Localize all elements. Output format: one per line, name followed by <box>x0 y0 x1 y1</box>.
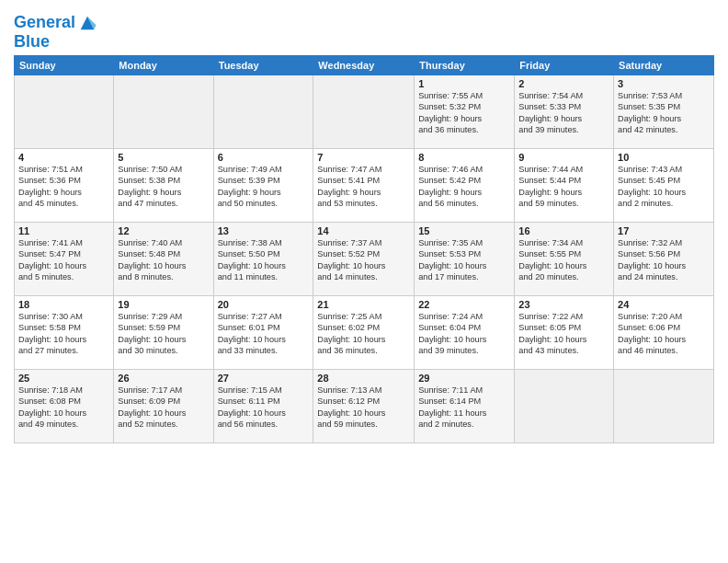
day-info: Sunrise: 7:20 AM Sunset: 6:06 PM Dayligh… <box>618 311 710 357</box>
calendar-cell: 4Sunrise: 7:51 AM Sunset: 5:36 PM Daylig… <box>15 148 114 222</box>
day-info: Sunrise: 7:11 AM Sunset: 6:14 PM Dayligh… <box>418 385 510 431</box>
header: General Blue <box>14 9 714 52</box>
calendar-cell: 19Sunrise: 7:29 AM Sunset: 5:59 PM Dayli… <box>114 295 213 369</box>
day-info: Sunrise: 7:25 AM Sunset: 6:02 PM Dayligh… <box>317 311 410 357</box>
weekday-header-row: SundayMondayTuesdayWednesdayThursdayFrid… <box>15 55 714 75</box>
day-number: 10 <box>618 152 710 163</box>
calendar-week-1: 1Sunrise: 7:55 AM Sunset: 5:32 PM Daylig… <box>15 75 714 148</box>
calendar-cell: 29Sunrise: 7:11 AM Sunset: 6:14 PM Dayli… <box>415 369 515 442</box>
calendar-cell: 9Sunrise: 7:44 AM Sunset: 5:44 PM Daylig… <box>515 148 614 222</box>
weekday-header-sunday: Sunday <box>15 55 114 75</box>
day-number: 6 <box>218 152 310 163</box>
day-number: 3 <box>618 78 710 89</box>
calendar-week-2: 4Sunrise: 7:51 AM Sunset: 5:36 PM Daylig… <box>15 148 714 222</box>
page-container: General Blue SundayMondayTuesdayWednesda… <box>0 0 728 448</box>
day-number: 9 <box>518 152 609 163</box>
day-info: Sunrise: 7:35 AM Sunset: 5:53 PM Dayligh… <box>418 237 510 283</box>
day-info: Sunrise: 7:37 AM Sunset: 5:52 PM Dayligh… <box>317 237 410 283</box>
calendar-cell: 17Sunrise: 7:32 AM Sunset: 5:56 PM Dayli… <box>614 222 714 295</box>
calendar-cell: 10Sunrise: 7:43 AM Sunset: 5:45 PM Dayli… <box>614 148 714 222</box>
weekday-header-wednesday: Wednesday <box>313 55 415 75</box>
calendar-cell: 23Sunrise: 7:22 AM Sunset: 6:05 PM Dayli… <box>515 295 614 369</box>
day-number: 14 <box>317 225 410 236</box>
weekday-header-saturday: Saturday <box>614 55 714 75</box>
day-info: Sunrise: 7:43 AM Sunset: 5:45 PM Dayligh… <box>618 164 710 210</box>
day-number: 22 <box>418 299 510 310</box>
calendar-cell: 14Sunrise: 7:37 AM Sunset: 5:52 PM Dayli… <box>313 222 415 295</box>
calendar-cell: 3Sunrise: 7:53 AM Sunset: 5:35 PM Daylig… <box>614 75 714 148</box>
weekday-header-friday: Friday <box>515 55 614 75</box>
day-number: 23 <box>518 299 609 310</box>
day-number: 11 <box>18 225 109 236</box>
day-info: Sunrise: 7:22 AM Sunset: 6:05 PM Dayligh… <box>518 311 609 357</box>
day-number: 7 <box>317 152 410 163</box>
day-number: 25 <box>18 373 109 384</box>
day-number: 2 <box>518 78 609 89</box>
day-number: 16 <box>518 225 609 236</box>
day-info: Sunrise: 7:18 AM Sunset: 6:08 PM Dayligh… <box>18 385 109 431</box>
day-info: Sunrise: 7:44 AM Sunset: 5:44 PM Dayligh… <box>518 164 609 210</box>
calendar-cell <box>614 369 714 442</box>
calendar-cell: 15Sunrise: 7:35 AM Sunset: 5:53 PM Dayli… <box>415 222 515 295</box>
calendar-cell: 12Sunrise: 7:40 AM Sunset: 5:48 PM Dayli… <box>114 222 213 295</box>
day-info: Sunrise: 7:50 AM Sunset: 5:38 PM Dayligh… <box>118 164 209 210</box>
day-info: Sunrise: 7:34 AM Sunset: 5:55 PM Dayligh… <box>518 237 609 283</box>
calendar-cell: 5Sunrise: 7:50 AM Sunset: 5:38 PM Daylig… <box>114 148 213 222</box>
calendar-cell <box>15 75 114 148</box>
calendar-cell: 18Sunrise: 7:30 AM Sunset: 5:58 PM Dayli… <box>15 295 114 369</box>
day-number: 18 <box>18 299 109 310</box>
calendar-cell: 6Sunrise: 7:49 AM Sunset: 5:39 PM Daylig… <box>213 148 313 222</box>
calendar-cell: 25Sunrise: 7:18 AM Sunset: 6:08 PM Dayli… <box>15 369 114 442</box>
day-info: Sunrise: 7:46 AM Sunset: 5:42 PM Dayligh… <box>418 164 510 210</box>
day-info: Sunrise: 7:27 AM Sunset: 6:01 PM Dayligh… <box>218 311 310 357</box>
day-info: Sunrise: 7:54 AM Sunset: 5:33 PM Dayligh… <box>518 90 609 136</box>
calendar-header: SundayMondayTuesdayWednesdayThursdayFrid… <box>15 55 714 75</box>
day-info: Sunrise: 7:41 AM Sunset: 5:47 PM Dayligh… <box>18 237 109 283</box>
day-info: Sunrise: 7:30 AM Sunset: 5:58 PM Dayligh… <box>18 311 109 357</box>
day-info: Sunrise: 7:32 AM Sunset: 5:56 PM Dayligh… <box>618 237 710 283</box>
calendar-cell: 20Sunrise: 7:27 AM Sunset: 6:01 PM Dayli… <box>213 295 313 369</box>
calendar-cell: 8Sunrise: 7:46 AM Sunset: 5:42 PM Daylig… <box>415 148 515 222</box>
weekday-header-monday: Monday <box>114 55 213 75</box>
calendar-cell: 2Sunrise: 7:54 AM Sunset: 5:33 PM Daylig… <box>515 75 614 148</box>
day-info: Sunrise: 7:38 AM Sunset: 5:50 PM Dayligh… <box>218 237 310 283</box>
calendar-week-4: 18Sunrise: 7:30 AM Sunset: 5:58 PM Dayli… <box>15 295 714 369</box>
calendar-cell: 21Sunrise: 7:25 AM Sunset: 6:02 PM Dayli… <box>313 295 415 369</box>
calendar-cell <box>114 75 213 148</box>
day-number: 1 <box>418 78 510 89</box>
day-info: Sunrise: 7:53 AM Sunset: 5:35 PM Dayligh… <box>618 90 710 136</box>
calendar-cell: 1Sunrise: 7:55 AM Sunset: 5:32 PM Daylig… <box>415 75 515 148</box>
calendar-week-5: 25Sunrise: 7:18 AM Sunset: 6:08 PM Dayli… <box>15 369 714 442</box>
day-info: Sunrise: 7:47 AM Sunset: 5:41 PM Dayligh… <box>317 164 410 210</box>
calendar-table: SundayMondayTuesdayWednesdayThursdayFrid… <box>14 55 714 443</box>
calendar-cell: 7Sunrise: 7:47 AM Sunset: 5:41 PM Daylig… <box>313 148 415 222</box>
day-number: 15 <box>418 225 510 236</box>
calendar-cell <box>515 369 614 442</box>
calendar-week-3: 11Sunrise: 7:41 AM Sunset: 5:47 PM Dayli… <box>15 222 714 295</box>
calendar-cell: 16Sunrise: 7:34 AM Sunset: 5:55 PM Dayli… <box>515 222 614 295</box>
day-number: 29 <box>418 373 510 384</box>
calendar-cell: 28Sunrise: 7:13 AM Sunset: 6:12 PM Dayli… <box>313 369 415 442</box>
day-number: 8 <box>418 152 510 163</box>
calendar-cell: 11Sunrise: 7:41 AM Sunset: 5:47 PM Dayli… <box>15 222 114 295</box>
calendar-body: 1Sunrise: 7:55 AM Sunset: 5:32 PM Daylig… <box>15 75 714 442</box>
day-info: Sunrise: 7:51 AM Sunset: 5:36 PM Dayligh… <box>18 164 109 210</box>
day-number: 13 <box>218 225 310 236</box>
weekday-header-thursday: Thursday <box>415 55 515 75</box>
calendar-cell <box>213 75 313 148</box>
day-info: Sunrise: 7:17 AM Sunset: 6:09 PM Dayligh… <box>118 385 209 431</box>
day-info: Sunrise: 7:15 AM Sunset: 6:11 PM Dayligh… <box>218 385 310 431</box>
day-number: 19 <box>118 299 209 310</box>
calendar-cell: 13Sunrise: 7:38 AM Sunset: 5:50 PM Dayli… <box>213 222 313 295</box>
day-info: Sunrise: 7:13 AM Sunset: 6:12 PM Dayligh… <box>317 385 410 431</box>
calendar-cell: 24Sunrise: 7:20 AM Sunset: 6:06 PM Dayli… <box>614 295 714 369</box>
day-info: Sunrise: 7:40 AM Sunset: 5:48 PM Dayligh… <box>118 237 209 283</box>
day-number: 27 <box>218 373 310 384</box>
day-number: 28 <box>317 373 410 384</box>
weekday-header-tuesday: Tuesday <box>213 55 313 75</box>
day-number: 26 <box>118 373 209 384</box>
calendar-cell: 27Sunrise: 7:15 AM Sunset: 6:11 PM Dayli… <box>213 369 313 442</box>
calendar-cell <box>313 75 415 148</box>
day-info: Sunrise: 7:24 AM Sunset: 6:04 PM Dayligh… <box>418 311 510 357</box>
day-number: 17 <box>618 225 710 236</box>
